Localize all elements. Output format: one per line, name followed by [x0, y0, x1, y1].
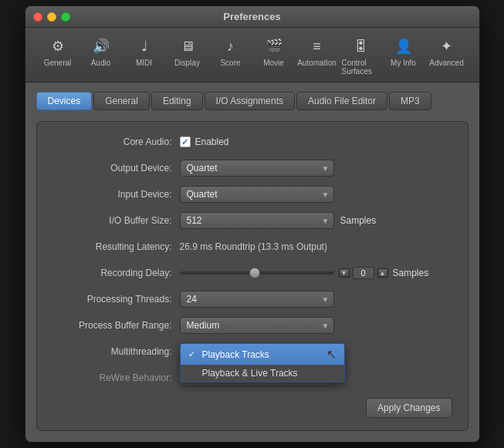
content-area: Devices General Editing I/O Assignments …	[25, 83, 479, 442]
tab-devices[interactable]: Devices	[36, 92, 93, 110]
apply-changes-area: Apply Changes	[52, 398, 452, 418]
recording-delay-label: Recording Delay:	[52, 268, 172, 278]
slider-thumb[interactable]	[249, 268, 260, 278]
toolbar-label-general: General	[44, 59, 72, 67]
process-buffer-range-label: Process Buffer Range:	[52, 320, 172, 331]
my-info-icon: 👤	[393, 35, 414, 57]
stepper-value: 0	[353, 267, 374, 279]
output-device-select-wrap: Quartet ▼	[180, 160, 334, 177]
tab-io-assignments[interactable]: I/O Assignments	[205, 92, 295, 110]
midi-icon: ♩	[134, 35, 155, 57]
toolbar-label-movie: Movie	[263, 59, 284, 67]
toolbar-label-score: Score	[220, 59, 240, 67]
toolbar-item-midi[interactable]: ♩ MIDI	[124, 34, 164, 77]
input-device-select-wrap: Quartet ▼	[180, 186, 334, 203]
tab-general[interactable]: General	[93, 92, 150, 110]
toolbar-label-midi: MIDI	[136, 59, 152, 67]
tab-mp3[interactable]: MP3	[389, 92, 431, 110]
io-buffer-size-row: I/O Buffer Size: 512 ▼ Samples	[52, 211, 452, 230]
input-device-row: Input Device: Quartet ▼	[52, 185, 452, 204]
toolbar: ⚙ General 🔊 Audio ♩ MIDI 🖥 Display ♪ Sco…	[25, 28, 479, 83]
output-device-select[interactable]: Quartet	[180, 160, 334, 177]
process-buffer-range-row: Process Buffer Range: Medium ▼	[52, 316, 452, 335]
control-surfaces-icon: 🎛	[350, 35, 371, 57]
io-buffer-size-select-wrap: 512 ▼	[180, 212, 334, 229]
output-device-row: Output Device: Quartet ▼	[52, 159, 452, 177]
recording-delay-slider-wrap: ▼ 0 ▲ Samples	[180, 267, 429, 279]
resulting-latency-row: Resulting Latency: 26.9 ms Roundtrip (13…	[52, 237, 452, 256]
preferences-window: Preferences ⚙ General 🔊 Audio ♩ MIDI 🖥 D…	[25, 5, 480, 443]
tab-audio-file-editor[interactable]: Audio File Editor	[296, 92, 387, 110]
input-device-select[interactable]: Quartet	[180, 186, 334, 203]
general-icon: ⚙	[47, 35, 69, 57]
toolbar-item-advanced[interactable]: ✦ Advanced	[427, 34, 467, 77]
tab-editing[interactable]: Editing	[151, 92, 203, 110]
toolbar-item-automation[interactable]: ≡ Automation	[297, 34, 337, 77]
toolbar-item-general[interactable]: ⚙ General	[38, 34, 78, 77]
core-audio-checkbox-area: ✓ Enabled	[180, 136, 229, 147]
toolbar-item-score[interactable]: ♪ Score	[211, 34, 251, 77]
processing-threads-select-wrap: 24 ▼	[180, 291, 334, 308]
maximize-button[interactable]	[61, 12, 70, 22]
recording-delay-stepper: ▼ 0 ▲	[339, 267, 388, 279]
toolbar-label-my-info: My Info	[391, 59, 416, 67]
processing-threads-select[interactable]: 24	[180, 291, 334, 308]
core-audio-label: Core Audio:	[52, 136, 172, 147]
multithreading-dropdown-popup: ✓ Playback Tracks ↖ Playback & Live Trac…	[180, 343, 345, 382]
toolbar-item-display[interactable]: 🖥 Display	[167, 34, 208, 77]
dropdown-item-playback-tracks[interactable]: ✓ Playback Tracks ↖	[181, 344, 344, 365]
toolbar-item-my-info[interactable]: 👤 My Info	[384, 34, 424, 77]
score-icon: ♪	[220, 35, 242, 57]
close-button[interactable]	[33, 12, 42, 22]
traffic-lights	[33, 12, 70, 22]
display-icon: 🖥	[177, 35, 198, 57]
window-title: Preferences	[223, 11, 280, 22]
multithreading-label: Multithreading:	[52, 346, 172, 357]
dropdown-item-label: Playback Tracks	[202, 349, 269, 360]
toolbar-label-advanced: Advanced	[429, 59, 463, 67]
resulting-latency-label: Resulting Latency:	[52, 241, 172, 252]
minimize-button[interactable]	[47, 12, 56, 22]
movie-icon: 🎬	[263, 35, 285, 57]
recording-delay-row: Recording Delay: ▼ 0 ▲ Samples	[52, 264, 452, 282]
toolbar-label-automation: Automation	[297, 59, 337, 67]
cursor-icon: ↖	[326, 347, 337, 362]
core-audio-checkbox[interactable]: ✓	[180, 136, 191, 147]
input-device-label: Input Device:	[52, 189, 172, 200]
automation-icon: ≡	[306, 35, 328, 57]
core-audio-row: Core Audio: ✓ Enabled	[52, 133, 452, 151]
dropdown-item-playback-live[interactable]: Playback & Live Tracks	[181, 365, 344, 382]
processing-threads-row: Processing Threads: 24 ▼	[52, 290, 452, 308]
recording-delay-slider[interactable]	[180, 271, 334, 275]
advanced-icon: ✦	[436, 35, 458, 57]
toolbar-item-control-surfaces[interactable]: 🎛 Control Surfaces	[340, 34, 381, 77]
process-buffer-range-select-wrap: Medium ▼	[180, 317, 334, 334]
processing-threads-label: Processing Threads:	[52, 294, 172, 305]
toolbar-item-audio[interactable]: 🔊 Audio	[81, 34, 121, 77]
dropdown-item-label: Playback & Live Tracks	[202, 368, 298, 379]
titlebar: Preferences	[25, 6, 479, 28]
checkmark-icon: ✓	[188, 349, 198, 359]
toolbar-item-movie[interactable]: 🎬 Movie	[254, 34, 294, 77]
tab-bar: Devices General Editing I/O Assignments …	[36, 92, 468, 110]
recording-delay-unit: Samples	[393, 268, 429, 278]
io-buffer-unit: Samples	[340, 215, 377, 226]
rewire-behavior-label: ReWire Behavior:	[52, 372, 172, 383]
io-buffer-size-label: I/O Buffer Size:	[52, 215, 172, 226]
devices-panel: Core Audio: ✓ Enabled Output Device: Qua…	[36, 121, 468, 431]
audio-icon: 🔊	[90, 35, 112, 57]
resulting-latency-value: 26.9 ms Roundtrip (13.3 ms Output)	[180, 241, 327, 252]
core-audio-value: Enabled	[195, 136, 229, 147]
stepper-down-button[interactable]: ▼	[339, 268, 350, 278]
output-device-label: Output Device:	[52, 163, 172, 173]
multithreading-dropdown: Playback Tracks Playback & Live Tracks ▼…	[180, 343, 345, 360]
toolbar-label-control-surfaces: Control Surfaces	[342, 59, 379, 76]
toolbar-label-audio: Audio	[91, 59, 111, 67]
apply-changes-button[interactable]: Apply Changes	[366, 398, 452, 418]
process-buffer-range-select[interactable]: Medium	[180, 317, 334, 334]
multithreading-row: Multithreading: Playback Tracks Playback…	[52, 342, 452, 361]
stepper-up-button[interactable]: ▲	[377, 268, 388, 278]
io-buffer-size-select[interactable]: 512	[180, 212, 334, 229]
toolbar-label-display: Display	[174, 59, 200, 67]
